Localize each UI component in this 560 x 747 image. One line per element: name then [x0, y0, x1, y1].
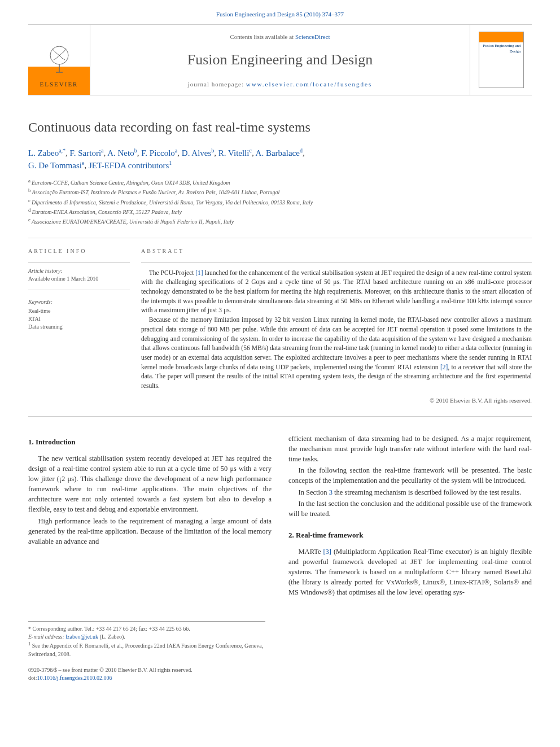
- ref-link[interactable]: [1]: [195, 269, 203, 276]
- keyword: RTAI: [28, 315, 130, 323]
- author-link[interactable]: G. De Tommasi: [28, 161, 82, 170]
- abstract-body: The PCU-Project [1] launched for the enh…: [141, 268, 532, 391]
- divider: [28, 416, 532, 417]
- sciencedirect-link[interactable]: ScienceDirect: [295, 33, 330, 40]
- homepage-link[interactable]: www.elsevier.com/locate/fusengdes: [246, 81, 373, 88]
- author-link[interactable]: D. Alves: [182, 148, 212, 158]
- article-info-head: ARTICLE INFO: [28, 247, 130, 255]
- section-heading: 1. Introduction: [28, 437, 272, 448]
- authors-line: L. Zabeoa,*, F. Sartoria, A. Netob, F. P…: [28, 147, 532, 172]
- affiliation-item: bAssociação Euratom-IST, Instituto de Pl…: [28, 187, 532, 196]
- body-columns: 1. Introduction The new vertical stabili…: [28, 434, 532, 599]
- homepage-prefix: journal homepage:: [188, 81, 246, 88]
- body-para: High performance leads to the requiremen…: [28, 516, 272, 547]
- keyword: Real-time: [28, 307, 130, 315]
- history-value: Available online 1 March 2010: [28, 275, 130, 283]
- note-footnote: 1 See the Appendix of F. Romanelli, et a…: [28, 641, 265, 658]
- doi-link[interactable]: 10.1016/j.fusengdes.2010.02.006: [37, 675, 112, 681]
- copyright: © 2010 Elsevier B.V. All rights reserved…: [141, 396, 532, 405]
- author-link[interactable]: R. Vitelli: [218, 148, 250, 158]
- issn-line: 0920-3796/$ – see front matter © 2010 El…: [28, 666, 532, 674]
- article-title: Continuous data recording on fast real-t…: [28, 118, 532, 137]
- body-para: In Section 3 the streaming mechanism is …: [288, 487, 532, 497]
- column-left: 1. Introduction The new vertical stabili…: [28, 434, 272, 599]
- author-link[interactable]: L. Zabeo: [28, 148, 59, 158]
- abstract-para: Because of the memory limitation imposed…: [141, 315, 532, 390]
- abstract-para: The PCU-Project [1] launched for the enh…: [141, 268, 532, 315]
- body-para: efficient mechanism of data streaming ha…: [288, 434, 532, 464]
- footnotes: * Corresponding author. Tel.: +33 44 217…: [28, 621, 265, 658]
- keywords-list: Real-time RTAI Data streaming: [28, 307, 130, 331]
- corr-footnote: * Corresponding author. Tel.: +33 44 217…: [28, 625, 265, 633]
- affiliation-item: cDipartimento di Informatica, Sistemi e …: [28, 197, 532, 207]
- abstract: ABSTRACT The PCU-Project [1] launched fo…: [141, 247, 532, 405]
- column-right: efficient mechanism of data streaming ha…: [288, 434, 532, 599]
- running-header: Fusion Engineering and Design 85 (2010) …: [0, 0, 560, 24]
- homepage-line: journal homepage: www.elsevier.com/locat…: [96, 80, 464, 89]
- corr-marker[interactable]: *: [63, 148, 65, 158]
- contents-line: Contents lists available at ScienceDirec…: [96, 33, 464, 41]
- article-info: ARTICLE INFO Article history: Available …: [28, 247, 141, 405]
- journal-masthead: ELSEVIER Contents lists available at Sci…: [28, 24, 532, 95]
- info-abstract-row: ARTICLE INFO Article history: Available …: [28, 238, 532, 416]
- ref-link[interactable]: [2]: [440, 364, 448, 370]
- email-footnote: E-mail address: lzabeo@jet.uk (L. Zabeo)…: [28, 633, 265, 641]
- cover-thumb-block: Fusion Engineering and Design: [470, 25, 532, 94]
- divider: [28, 290, 130, 290]
- affiliation-item: dEuratom-ENEA Association, Consorzio RFX…: [28, 207, 532, 216]
- author-link[interactable]: A. Barbalace: [256, 148, 300, 158]
- journal-cover-icon: Fusion Engineering and Design: [479, 32, 524, 88]
- abstract-head: ABSTRACT: [141, 247, 532, 255]
- bottom-bar: 0920-3796/$ – see front matter © 2010 El…: [28, 666, 532, 682]
- footnote-marker[interactable]: 1: [169, 160, 172, 166]
- affiliations: aEuratom-CCFE, Culham Science Centre, Ab…: [28, 177, 532, 226]
- body-para: MARTe [3] (Multiplatform Application Rea…: [288, 547, 532, 598]
- publisher-block: ELSEVIER: [28, 25, 90, 94]
- body-para: In the following section the real-time f…: [288, 465, 532, 486]
- masthead-center: Contents lists available at ScienceDirec…: [90, 25, 470, 94]
- keywords-label: Keywords:: [28, 298, 130, 306]
- citation-link[interactable]: Fusion Engineering and Design 85 (2010) …: [216, 11, 344, 18]
- body-para: The new vertical stabilisation system re…: [28, 453, 272, 515]
- affiliation-item: aEuratom-CCFE, Culham Science Centre, Ab…: [28, 177, 532, 187]
- elsevier-tree-icon: [42, 43, 76, 77]
- author-link[interactable]: F. Piccolo: [141, 148, 175, 158]
- contents-prefix: Contents lists available at: [230, 33, 295, 40]
- divider: [141, 262, 532, 263]
- body-para: In the last section the conclusion and t…: [288, 499, 532, 519]
- author-link[interactable]: JET-EFDA contributors: [89, 161, 169, 170]
- author-link[interactable]: F. Sartori: [70, 148, 101, 158]
- cover-label: Fusion Engineering and Design: [479, 42, 523, 56]
- publisher-label: ELSEVIER: [40, 80, 78, 89]
- journal-name: Fusion Engineering and Design: [96, 50, 464, 70]
- author-link[interactable]: A. Neto: [107, 148, 134, 158]
- keyword: Data streaming: [28, 323, 130, 331]
- doi-line: doi:10.1016/j.fusengdes.2010.02.006: [28, 674, 532, 682]
- history-label: Article history:: [28, 267, 130, 275]
- section-heading: 2. Real-time framework: [288, 530, 532, 541]
- affiliation-item: eAssociazione EURATOM/ENEA/CREATE, Unive…: [28, 216, 532, 226]
- divider: [28, 262, 130, 263]
- ref-link[interactable]: [3]: [323, 548, 331, 556]
- email-link[interactable]: lzabeo@jet.uk: [65, 634, 98, 640]
